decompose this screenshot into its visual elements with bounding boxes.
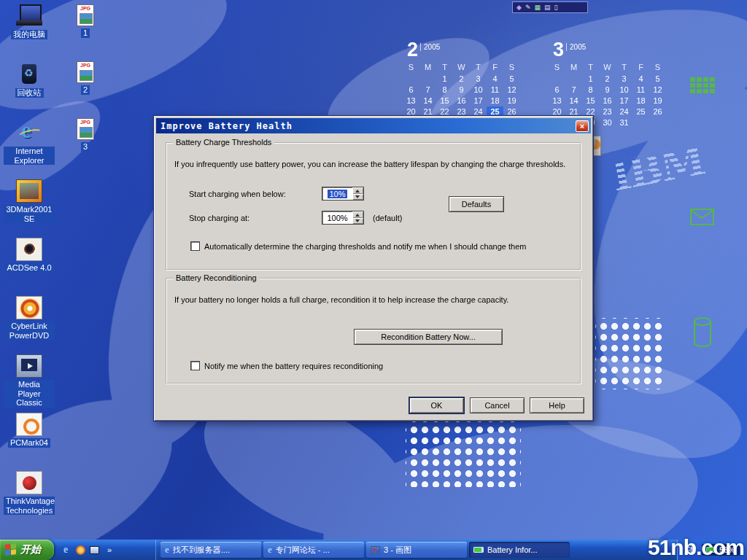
wallpaper-dot-grid — [406, 421, 521, 487]
spinner-value[interactable]: 100% — [322, 211, 352, 224]
file-icon[interactable]: 3 — [63, 118, 108, 169]
calendar-day-header: F — [487, 63, 503, 73]
desktop-icon-label: CyberLink PowerDVD — [4, 322, 55, 340]
taskbar-task[interactable]: 3 - 画图 — [366, 542, 467, 558]
calendar-day-header: T — [616, 63, 632, 73]
calendar-header: 2 2005 — [403, 40, 524, 60]
calendar-day-header: T — [436, 63, 453, 73]
presentation-icon[interactable]: ▦ — [534, 4, 541, 11]
desktop-icon[interactable]: 3DMark2001 SE — [3, 179, 55, 234]
spinner-value[interactable]: 10% — [322, 187, 352, 200]
calendar-march: 3 2005 SMTWTFS12345678910111213141516171… — [549, 40, 670, 128]
spin-down-button[interactable] — [352, 194, 363, 201]
notify-recondition-checkbox[interactable] — [190, 361, 200, 370]
dialog-titlebar[interactable]: Improve Battery Health × — [156, 118, 591, 133]
chevron-icon[interactable]: » — [104, 544, 115, 556]
calendar-day-header: S — [549, 63, 565, 73]
keyboard-grid-icon — [690, 77, 719, 99]
help-button[interactable]: Help — [530, 397, 584, 413]
start-label: 开始 — [20, 543, 41, 556]
51nb-watermark: 51nb.com — [648, 535, 744, 560]
quick-launch-bar: e» — [54, 540, 156, 560]
calendar-day-header: W — [599, 63, 616, 73]
desktop-icon-label: 我的电脑 — [11, 30, 47, 39]
recondition-battery-button[interactable]: Recondition Battery Now... — [354, 329, 503, 345]
file-icon-label: 1 — [81, 28, 90, 38]
envelope-icon — [690, 209, 715, 226]
desktop-icon[interactable]: PCMark04 — [3, 413, 55, 467]
spin-down-button[interactable] — [352, 218, 363, 225]
file-icon[interactable]: 2 — [63, 61, 108, 112]
calendar-day: 24 — [616, 106, 632, 117]
thinkvantage-icon — [16, 471, 42, 494]
calendar-day — [419, 74, 436, 84]
calendar-day-header: S — [503, 63, 520, 73]
show-desktop-icon[interactable] — [90, 546, 99, 554]
calendar-day-header: M — [565, 63, 582, 73]
internet-explorer-icon[interactable]: e — [60, 544, 71, 556]
start-button[interactable]: 开始 — [0, 540, 54, 560]
calendar-day: 1 — [436, 74, 453, 84]
desktop-icon[interactable]: ACDSee 4.0 — [3, 238, 55, 292]
calendar-day: 11 — [632, 85, 649, 95]
page-icon[interactable]: ▯ — [554, 4, 558, 11]
calendar-day-header: T — [470, 63, 487, 73]
calendar-day: 17 — [616, 96, 632, 106]
desktop-icon[interactable]: Media Player Classic — [3, 354, 55, 409]
auto-determine-checkbox[interactable] — [190, 241, 200, 251]
calendar-day: 7 — [419, 85, 436, 95]
calendar-day: 3 — [470, 74, 487, 84]
spin-up-button[interactable] — [352, 211, 363, 218]
defaults-button[interactable]: Defaults — [449, 196, 504, 212]
taskbar: 开始 e» e找不到服务器....e专门网论坛 - ...3 - 画图Batte… — [0, 540, 747, 560]
calendar-day: 3 — [616, 74, 632, 84]
desktop-icon[interactable]: CyberLink PowerDVD — [3, 296, 55, 351]
powerdvd-icon — [16, 296, 42, 319]
wallpaper-dot-grid — [595, 318, 665, 389]
file-icon-column: 123 — [63, 4, 108, 169]
pcmark-icon — [16, 413, 42, 436]
media-player-icon[interactable] — [76, 545, 85, 555]
cancel-button[interactable]: Cancel — [470, 397, 525, 413]
taskbar-task[interactable]: Battery Infor... — [469, 542, 570, 558]
start-charging-spinner[interactable]: 10% — [322, 187, 364, 201]
calendar-day: 19 — [503, 96, 520, 106]
desktop-icon[interactable]: ThinkVantage Technologies — [3, 471, 55, 526]
ok-button[interactable]: OK — [409, 397, 464, 413]
calendar-day: 14 — [419, 96, 436, 106]
calendar-day — [632, 117, 649, 128]
desktop-icon[interactable]: Internet Explorer — [3, 121, 55, 176]
battery-charge-thresholds-group: Battery Charge Thresholds If you infrequ… — [166, 142, 581, 271]
access-connections-icon[interactable]: ◆ — [516, 4, 522, 11]
utility-toolbar: ◆✎▦▤▯ — [512, 1, 588, 13]
taskbar-task[interactable]: e专门网论坛 - ... — [263, 542, 364, 558]
checkbox-label: Notify me when the battery requires reco… — [204, 362, 383, 370]
task-label: 专门网论坛 - ... — [276, 545, 330, 556]
auto-determine-checkbox-row: Automatically determine the charging thr… — [190, 241, 526, 251]
acdsee-icon — [16, 238, 42, 261]
database-cylinder-icon — [693, 316, 712, 349]
close-button[interactable]: × — [576, 120, 589, 132]
desktop-icon[interactable]: 我的电脑 — [3, 4, 55, 59]
calendar-day: 12 — [503, 85, 520, 95]
calendar-day: 8 — [436, 85, 453, 95]
calendar-day: 13 — [549, 96, 565, 106]
calendar-day: 15 — [582, 96, 599, 106]
keyboard-icon[interactable]: ▤ — [544, 4, 551, 11]
calendar-day: 5 — [503, 74, 520, 84]
jpg-file-icon — [77, 4, 94, 26]
jpg-file-icon — [77, 61, 94, 83]
group-title: Battery Reconditioning — [173, 273, 260, 282]
calendar-february: 2 2005 SMTWTFS12345678910111213141516171… — [403, 40, 524, 128]
taskbar-task[interactable]: e找不到服务器.... — [160, 542, 261, 558]
desktop-icon-label: Internet Explorer — [4, 147, 55, 165]
recycle-bin-icon — [16, 63, 42, 86]
calendar-day-header: M — [419, 63, 436, 73]
desktop-icon[interactable]: 回收站 — [3, 63, 55, 117]
pen-icon[interactable]: ✎ — [525, 4, 531, 11]
spin-up-button[interactable] — [352, 187, 363, 194]
file-icon[interactable]: 1 — [63, 4, 108, 55]
stop-charging-spinner[interactable]: 100% — [322, 211, 364, 225]
calendar-day: 31 — [616, 117, 632, 128]
battery-reconditioning-group: Battery Reconditioning If your battery n… — [166, 278, 581, 384]
